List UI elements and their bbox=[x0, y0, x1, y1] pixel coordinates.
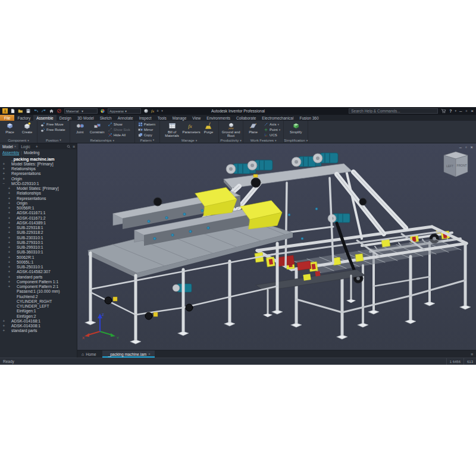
ribbon-group-footer[interactable]: Simplification ▾ bbox=[284, 138, 308, 143]
tree-expander[interactable]: − bbox=[2, 181, 6, 186]
ribbon-button[interactable]: Show Sick bbox=[107, 127, 133, 132]
close-icon[interactable]: × bbox=[14, 145, 17, 148]
open-folder-icon[interactable] bbox=[18, 108, 23, 114]
tree-expander[interactable]: + bbox=[7, 206, 11, 210]
ribbon-tab[interactable]: Assemble bbox=[33, 115, 57, 121]
tree-item[interactable]: + Origin bbox=[0, 201, 77, 205]
tree-expander[interactable]: + bbox=[7, 280, 11, 284]
tree-item[interactable]: Fluchtend:2 bbox=[0, 294, 77, 299]
doc-close-button[interactable]: × bbox=[471, 145, 473, 150]
tree-expander[interactable]: + bbox=[7, 221, 11, 225]
tree-expander[interactable]: + bbox=[7, 245, 11, 249]
tree-item[interactable]: + Origin bbox=[0, 176, 77, 181]
tree-item[interactable]: + 50056R:1 bbox=[0, 206, 77, 211]
ribbon-tab[interactable]: Fusion 360 bbox=[296, 115, 321, 121]
material-sphere-icon[interactable] bbox=[143, 108, 149, 114]
tree-expander[interactable]: + bbox=[7, 230, 11, 234]
new-file-icon[interactable] bbox=[10, 108, 15, 114]
ribbon-button[interactable]: Simplify bbox=[286, 121, 306, 138]
tree-item[interactable]: + Model States: [Primary] bbox=[0, 186, 77, 191]
ribbon-button[interactable]: Free Move bbox=[39, 121, 68, 127]
tree-item[interactable]: + SUB-279310:1 bbox=[0, 240, 77, 245]
help-search-input[interactable] bbox=[349, 108, 438, 114]
tree-item[interactable]: _packing machine.iam bbox=[0, 156, 77, 161]
tree-item[interactable]: + Component Pattern 2:1 bbox=[0, 284, 77, 289]
ribbon-tab[interactable]: Design bbox=[57, 115, 74, 121]
tree-item[interactable]: + SUB-230310:1 bbox=[0, 235, 77, 240]
document-tab[interactable]: _packing machine.iam × bbox=[102, 350, 155, 358]
ribbon-button[interactable]: Create bbox=[19, 121, 35, 138]
ribbon-tab[interactable]: 3D Model bbox=[74, 115, 97, 121]
document-tab[interactable]: ⌂ Home bbox=[77, 350, 102, 358]
browser-tab[interactable]: Model × bbox=[0, 143, 18, 149]
tree-item[interactable]: + standard parts bbox=[0, 328, 77, 333]
tree-expander[interactable]: + bbox=[7, 196, 11, 201]
tree-expander[interactable]: + bbox=[2, 319, 6, 323]
tree-expander[interactable]: + bbox=[2, 171, 6, 176]
no-material-icon[interactable] bbox=[57, 108, 62, 114]
ribbon-group-footer[interactable]: Pattern ▾ bbox=[135, 138, 159, 143]
tree-expander[interactable]: + bbox=[7, 240, 11, 245]
ribbon-tab[interactable]: Annotate bbox=[115, 115, 136, 121]
ribbon-tab[interactable]: Collaborate bbox=[233, 115, 259, 121]
plus-icon[interactable]: + bbox=[156, 109, 159, 113]
modeling-mode-link[interactable]: Modeling bbox=[24, 151, 39, 155]
ribbon-button[interactable]: Purge bbox=[201, 121, 217, 138]
tree-item[interactable]: + Model States: [Primary] bbox=[0, 161, 77, 166]
ribbon-button[interactable]: Axis ▾ bbox=[262, 121, 281, 127]
tree-expander[interactable]: + bbox=[7, 191, 11, 195]
tree-item[interactable]: + Representations bbox=[0, 196, 77, 201]
ribbon-button[interactable]: Hide All bbox=[107, 133, 133, 138]
ribbon-button[interactable]: Show bbox=[107, 121, 133, 127]
ribbon-button[interactable]: Joint bbox=[72, 121, 88, 138]
tree-expander[interactable]: + bbox=[2, 167, 6, 171]
ribbon-button[interactable]: Constrain bbox=[89, 121, 105, 138]
redo-icon[interactable] bbox=[41, 108, 46, 114]
ribbon-button[interactable]: Place bbox=[2, 121, 18, 138]
tree-expander[interactable]: + bbox=[7, 265, 11, 269]
tree-expander[interactable]: + bbox=[7, 226, 11, 230]
add-browser-tab-button[interactable]: + bbox=[34, 143, 40, 149]
ribbon-button[interactable]: Point ▾ bbox=[262, 127, 281, 132]
tree-item[interactable]: + 50065L:1 bbox=[0, 259, 77, 264]
ribbon-tab[interactable]: Inspect bbox=[136, 115, 155, 121]
tree-item[interactable]: Passend:1 (10.000 mm) bbox=[0, 289, 77, 294]
ribbon-tab[interactable]: Electromechanical bbox=[259, 115, 296, 121]
tree-expander[interactable]: + bbox=[7, 201, 11, 205]
tree-item[interactable]: + standard parts bbox=[0, 274, 77, 279]
ribbon-tab[interactable]: Manage bbox=[170, 115, 190, 121]
tree-expander[interactable]: + bbox=[7, 216, 11, 220]
ribbon-group-footer[interactable]: Work Features ▾ bbox=[243, 138, 283, 143]
tree-item[interactable]: + Component Pattern 1:1 bbox=[0, 279, 77, 284]
search-icon[interactable] bbox=[67, 145, 71, 149]
ribbon-button[interactable]: Parameters bbox=[183, 121, 199, 138]
doc-restore-button[interactable]: ▫ bbox=[465, 145, 467, 150]
tree-item[interactable]: + ADSK-014168:1 bbox=[0, 318, 77, 323]
tree-item[interactable]: CYLINDER_LEFT bbox=[0, 304, 77, 309]
tree-item[interactable]: + ADSK-011671:1 bbox=[0, 211, 77, 215]
tree-item[interactable]: + ADSK-014389:1 bbox=[0, 220, 77, 225]
tree-item[interactable]: CYLINDER_RIGHT bbox=[0, 299, 77, 303]
tab-list-menu-icon[interactable]: ≡ bbox=[468, 350, 476, 358]
tree-item[interactable]: + Relationships bbox=[0, 167, 77, 171]
parameters-fx-icon[interactable]: fx bbox=[151, 109, 154, 114]
tree-item[interactable]: + Representations bbox=[0, 171, 77, 176]
tree-item[interactable]: + SUB-250310:1 bbox=[0, 265, 77, 270]
graphics-window[interactable]: – ▫ × bbox=[77, 143, 476, 350]
tree-item[interactable]: + SUB-360310:1 bbox=[0, 250, 77, 255]
ribbon-button[interactable]: UCS bbox=[262, 133, 281, 138]
tree-item[interactable]: + SUB-229318:2 bbox=[0, 230, 77, 235]
tree-item[interactable]: Einfügen:2 bbox=[0, 314, 77, 318]
ribbon-group-footer[interactable]: Productivity ▾ bbox=[219, 138, 243, 143]
browser-tab[interactable]: Logic bbox=[18, 143, 34, 149]
undo-icon[interactable] bbox=[33, 108, 39, 114]
tree-item[interactable]: + ADSK-014308:1 bbox=[0, 324, 77, 328]
inventor-logo[interactable]: I bbox=[2, 108, 8, 114]
tree-expander[interactable]: + bbox=[7, 275, 11, 279]
ribbon-button[interactable]: Ground and Root bbox=[221, 121, 241, 138]
ribbon-group-footer[interactable]: Position ▾ bbox=[37, 137, 70, 143]
ribbon-tab[interactable]: Environments bbox=[203, 115, 233, 121]
tree-expander[interactable]: + bbox=[7, 270, 11, 274]
tree-expander[interactable]: + bbox=[2, 162, 6, 166]
ribbon-group-footer[interactable]: Manage ▾ bbox=[160, 138, 218, 143]
